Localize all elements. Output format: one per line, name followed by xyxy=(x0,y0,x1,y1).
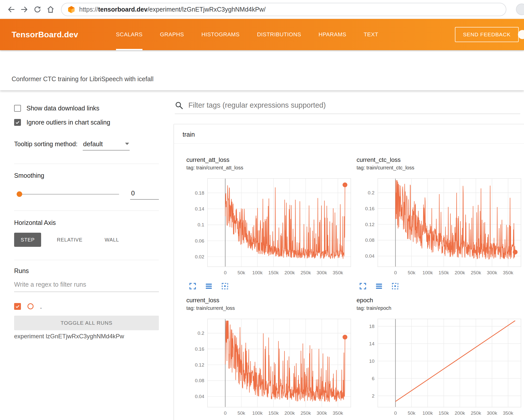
smoothing-value-input[interactable]: 0 xyxy=(130,189,159,200)
send-feedback-button[interactable]: SEND FEEDBACK xyxy=(455,27,519,42)
home-button[interactable] xyxy=(44,3,57,16)
expand-chart-button[interactable] xyxy=(359,282,367,290)
svg-text:0: 0 xyxy=(394,270,397,275)
app-header: TensorBoard.dev SCALARS GRAPHS HISTOGRAM… xyxy=(0,19,524,50)
svg-text:150k: 150k xyxy=(268,270,279,275)
wall-button[interactable]: WALL xyxy=(98,233,126,247)
svg-text:250k: 250k xyxy=(471,270,481,275)
svg-text:350k: 350k xyxy=(333,410,343,416)
account-avatar[interactable] xyxy=(518,30,524,39)
chart-toolbar xyxy=(188,282,357,290)
svg-text:0.2: 0.2 xyxy=(368,190,374,195)
chart-plot[interactable]: 0.040.080.120.160.2050k100k150k200k250k3… xyxy=(357,177,524,278)
checkbox-unchecked-icon xyxy=(14,105,21,112)
group-header-train[interactable]: train xyxy=(174,124,524,144)
fit-domain-icon xyxy=(221,282,229,290)
relative-button[interactable]: RELATIVE xyxy=(50,233,89,247)
expand-icon xyxy=(189,282,197,290)
reload-button[interactable] xyxy=(31,3,44,16)
tab-distributions[interactable]: DISTRIBUTIONS xyxy=(257,19,301,50)
tag-filter-input[interactable] xyxy=(188,101,520,110)
fit-domain-icon xyxy=(391,282,399,290)
svg-text:0: 0 xyxy=(394,410,397,416)
svg-text:300k: 300k xyxy=(316,270,327,275)
svg-text:300k: 300k xyxy=(316,410,327,416)
charts-grid: current_att_loss tag: train/current_att_… xyxy=(174,144,524,420)
slider-thumb[interactable] xyxy=(17,191,22,197)
tensorboard-logo[interactable]: TensorBoard.dev xyxy=(12,30,78,39)
checkbox-checked-icon xyxy=(14,119,21,126)
svg-text:0: 0 xyxy=(224,270,227,275)
svg-text:0.12: 0.12 xyxy=(365,222,374,227)
chart-tag: tag: train/current_att_loss xyxy=(186,165,357,171)
svg-text:200k: 200k xyxy=(284,410,295,416)
browser-chrome: https://tensorboard.dev/experiment/lzGnE… xyxy=(0,0,524,19)
settings-sidebar: Show data download links Ignore outliers… xyxy=(0,90,168,420)
scalars-main: train current_att_loss tag: train/curren… xyxy=(168,90,524,420)
chart-block: current_ctc_loss tag: train/current_ctc_… xyxy=(357,156,524,290)
checkbox-label: Ignore outliers in chart scaling xyxy=(26,119,110,126)
tooltip-sorting-value: default xyxy=(83,140,103,148)
tooltip-sorting-label: Tooltip sorting method: xyxy=(14,140,78,148)
tensorboard-favicon xyxy=(68,6,75,13)
svg-text:0.04: 0.04 xyxy=(365,253,374,259)
expand-chart-button[interactable] xyxy=(188,282,197,290)
chart-title: current_ctc_loss xyxy=(357,156,524,164)
svg-text:100k: 100k xyxy=(252,270,263,275)
svg-text:0.02: 0.02 xyxy=(195,254,204,259)
chart-title: current_att_loss xyxy=(186,156,357,164)
run-row[interactable]: . xyxy=(14,303,159,310)
chart-toolbar xyxy=(359,282,524,290)
url-bar[interactable]: https://tensorboard.dev/experiment/lzGnE… xyxy=(61,3,506,16)
fit-domain-button[interactable] xyxy=(221,282,229,290)
svg-text:250k: 250k xyxy=(471,410,481,416)
url-text: https://tensorboard.dev/experiment/lzGnE… xyxy=(79,6,266,13)
chart-block: current_loss tag: train/current_loss 0.0… xyxy=(186,297,357,420)
tab-graphs[interactable]: GRAPHS xyxy=(160,19,184,50)
svg-text:0.06: 0.06 xyxy=(195,238,204,244)
fit-domain-button[interactable] xyxy=(391,282,399,290)
chevron-down-icon xyxy=(125,143,129,145)
svg-text:0.18: 0.18 xyxy=(195,190,204,196)
search-icon xyxy=(175,101,183,110)
experiment-title: Conformer CTC training for LibriSpeech w… xyxy=(12,75,154,83)
lines-icon xyxy=(205,282,213,290)
forward-button[interactable] xyxy=(18,3,31,16)
chart-plot[interactable]: 26101418050k100k150k200k250k300k350k xyxy=(357,317,524,418)
run-checkbox[interactable] xyxy=(14,303,21,310)
svg-text:250k: 250k xyxy=(301,410,311,416)
svg-text:14: 14 xyxy=(369,341,375,346)
show-download-links-checkbox[interactable]: Show data download links xyxy=(14,104,159,112)
svg-text:0.08: 0.08 xyxy=(365,237,374,243)
chart-plot[interactable]: 0.040.080.120.160.2050k100k150k200k250k3… xyxy=(186,317,357,418)
runs-filter-input[interactable] xyxy=(14,280,159,292)
chart-tag: tag: train/current_loss xyxy=(186,305,357,312)
svg-text:0.2: 0.2 xyxy=(198,331,204,336)
chart-tag: tag: train/current_ctc_loss xyxy=(357,165,524,171)
step-button[interactable]: STEP xyxy=(14,233,41,247)
svg-text:350k: 350k xyxy=(333,270,343,275)
run-name: . xyxy=(40,303,42,310)
svg-text:0.16: 0.16 xyxy=(195,346,204,352)
chart-plot[interactable]: 0.020.060.10.140.18050k100k150k200k250k3… xyxy=(186,177,357,278)
runs-selector-button[interactable] xyxy=(205,282,213,290)
home-icon xyxy=(46,5,55,14)
chart-block: epoch tag: train/epoch 26101418050k100k1… xyxy=(357,297,524,420)
back-button[interactable] xyxy=(5,3,18,16)
divider xyxy=(14,164,159,164)
ignore-outliers-checkbox[interactable]: Ignore outliers in chart scaling xyxy=(14,118,159,126)
experiment-id-label: experiment lzGnETjwRxC3yghNMd4kPw xyxy=(14,333,159,340)
profile-avatar[interactable] xyxy=(516,4,524,15)
tab-histograms[interactable]: HISTOGRAMS xyxy=(201,19,240,50)
svg-text:0.04: 0.04 xyxy=(195,394,204,399)
tooltip-sorting-select[interactable]: default xyxy=(83,140,130,151)
tab-hparams[interactable]: HPARAMS xyxy=(318,19,346,50)
tab-text[interactable]: TEXT xyxy=(364,19,378,50)
smoothing-slider[interactable] xyxy=(17,191,119,197)
chart-block: current_att_loss tag: train/current_att_… xyxy=(186,156,357,290)
runs-selector-button[interactable] xyxy=(375,282,383,290)
tab-scalars[interactable]: SCALARS xyxy=(116,19,143,50)
toggle-all-runs-button[interactable]: TOGGLE ALL RUNS xyxy=(14,316,159,330)
svg-text:0: 0 xyxy=(224,410,227,416)
train-card: train current_att_loss tag: train/curren… xyxy=(174,124,524,420)
